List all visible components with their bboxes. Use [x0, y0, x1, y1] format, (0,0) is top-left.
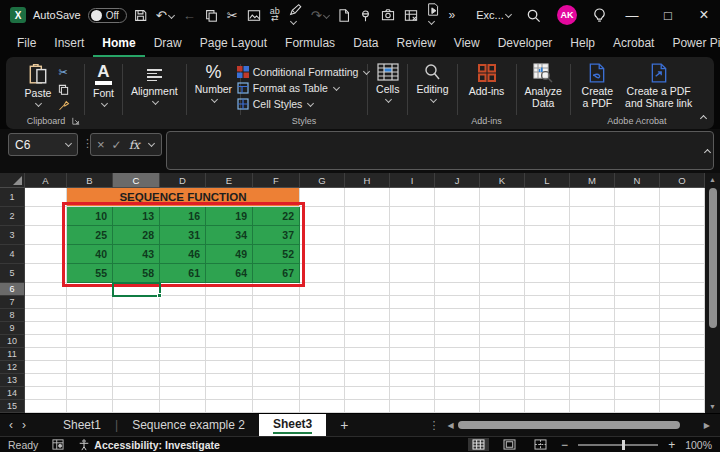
grid-cell-I8[interactable]	[390, 309, 435, 322]
grid-cell-D9[interactable]	[160, 322, 206, 335]
grid-cell-G8[interactable]	[300, 309, 345, 322]
grid-cell-L4[interactable]	[525, 245, 570, 264]
pin-icon[interactable]	[359, 9, 372, 22]
row-header-7[interactable]: 7	[0, 296, 25, 309]
grid-cell-H7[interactable]	[345, 296, 390, 309]
grid-cell-H4[interactable]	[345, 245, 390, 264]
table-cell-D5[interactable]: 61	[160, 264, 206, 283]
grid-cell-N9[interactable]	[615, 322, 660, 335]
grid-cell-B12[interactable]	[67, 361, 113, 374]
grid-cell-B10[interactable]	[67, 335, 113, 348]
ribbon-tab-formulas[interactable]: Formulas	[276, 31, 344, 57]
active-cell-selection[interactable]	[112, 282, 161, 297]
table-cell-B2[interactable]: 10	[67, 207, 113, 226]
grid-cell-K12[interactable]	[480, 361, 525, 374]
grid-cell-D15[interactable]	[160, 400, 206, 413]
ribbon-tab-acrobat[interactable]: Acrobat	[604, 31, 663, 57]
cut-icon[interactable]: ✂	[227, 9, 238, 22]
ribbon-tab-view[interactable]: View	[445, 31, 489, 57]
grid-cell-J7[interactable]	[435, 296, 480, 309]
table-title-cell[interactable]: SEQUENCE FUNCTION	[67, 188, 300, 207]
grid-cell-C7[interactable]	[113, 296, 160, 309]
font-group-button[interactable]: A Font	[87, 60, 120, 108]
grid-cell-F10[interactable]	[253, 335, 300, 348]
grid-cell-F13[interactable]	[253, 374, 300, 387]
table-cell-C2[interactable]: 13	[113, 207, 160, 226]
grid-cell-J2[interactable]	[435, 207, 480, 226]
grid-cell-I4[interactable]	[390, 245, 435, 264]
grid-cell-J4[interactable]	[435, 245, 480, 264]
grid-cell-O10[interactable]	[660, 335, 705, 348]
grid-cell-L13[interactable]	[525, 374, 570, 387]
grid-cell-K9[interactable]	[480, 322, 525, 335]
grid-cell-A7[interactable]	[25, 296, 67, 309]
grid-cell-I15[interactable]	[390, 400, 435, 413]
grid-cell-G12[interactable]	[300, 361, 345, 374]
grid-cell-C15[interactable]	[113, 400, 160, 413]
row-header-15[interactable]: 15	[0, 400, 25, 413]
grid-cell-L5[interactable]	[525, 264, 570, 283]
grid-cell-O15[interactable]	[660, 400, 705, 413]
cells-button[interactable]: Cells	[370, 60, 405, 104]
excel-logo-icon[interactable]: X	[10, 7, 26, 23]
ribbon-tab-file[interactable]: File	[8, 31, 45, 57]
grid-cell-H6[interactable]	[345, 283, 390, 296]
row-header-11[interactable]: 11	[0, 348, 25, 361]
grid-cell-D6[interactable]	[160, 283, 206, 296]
new-document-icon[interactable]	[338, 9, 350, 22]
grid-cell-D10[interactable]	[160, 335, 206, 348]
grid-cell-O8[interactable]	[660, 309, 705, 322]
ribbon-tab-draw[interactable]: Draw	[145, 31, 191, 57]
page-break-view-button[interactable]	[530, 438, 551, 451]
grid-cell-A4[interactable]	[25, 245, 67, 264]
grid-cell-B7[interactable]	[67, 296, 113, 309]
table-cell-D2[interactable]: 16	[160, 207, 206, 226]
grid-cell-M4[interactable]	[570, 245, 615, 264]
save-icon[interactable]	[134, 9, 147, 22]
row-header-10[interactable]: 10	[0, 335, 25, 348]
grid-cell-G9[interactable]	[300, 322, 345, 335]
grid-cell-B9[interactable]	[67, 322, 113, 335]
grid-cell-F8[interactable]	[253, 309, 300, 322]
cell-styles-button[interactable]: Cell Styles	[237, 98, 370, 110]
grid-cell-O11[interactable]	[660, 348, 705, 361]
format-as-table-button[interactable]: Format as Table	[237, 82, 370, 94]
format-painter-icon[interactable]	[58, 100, 70, 112]
sheet-tab-sheet3[interactable]: Sheet3	[259, 414, 326, 437]
scroll-left-icon[interactable]: ◀	[447, 421, 453, 430]
grid-cell-G10[interactable]	[300, 335, 345, 348]
grid-cell-C12[interactable]	[113, 361, 160, 374]
grid-cell-E9[interactable]	[206, 322, 253, 335]
grid-cell-A8[interactable]	[25, 309, 67, 322]
grid-cell-L14[interactable]	[525, 387, 570, 400]
zoom-slider-handle[interactable]	[622, 440, 625, 450]
grid-cell-J12[interactable]	[435, 361, 480, 374]
grid-cell-I13[interactable]	[390, 374, 435, 387]
document-title[interactable]: Exc...	[476, 9, 511, 21]
column-header-J[interactable]: J	[435, 173, 480, 188]
table-cell-C3[interactable]: 28	[113, 226, 160, 245]
table-cell-C4[interactable]: 43	[113, 245, 160, 264]
next-sheet-icon[interactable]: ›	[22, 418, 35, 432]
grid-cell-N3[interactable]	[615, 226, 660, 245]
grid-cell-I11[interactable]	[390, 348, 435, 361]
add-ins-button[interactable]: Add-ins	[463, 60, 511, 97]
grid-cell-A5[interactable]	[25, 264, 67, 283]
vertical-scrollbar[interactable]: ▲ ▼	[705, 173, 720, 413]
replace-icon[interactable]: ab⇄	[270, 8, 280, 22]
row-header-2[interactable]: 2	[0, 207, 25, 226]
clipboard-dialog-launcher[interactable]	[72, 117, 80, 125]
document-play-icon[interactable]	[427, 3, 440, 28]
grid-cell-J15[interactable]	[435, 400, 480, 413]
grid-cell-G14[interactable]	[300, 387, 345, 400]
grid-cell-O1[interactable]	[660, 188, 705, 207]
grid-cell-A10[interactable]	[25, 335, 67, 348]
grid-cell-K1[interactable]	[480, 188, 525, 207]
grid-cell-N8[interactable]	[615, 309, 660, 322]
grid-cell-K11[interactable]	[480, 348, 525, 361]
grid-cell-N14[interactable]	[615, 387, 660, 400]
table-cell-E2[interactable]: 19	[206, 207, 253, 226]
select-all-corner[interactable]	[0, 173, 25, 188]
grid-cell-H10[interactable]	[345, 335, 390, 348]
grid-cell-L7[interactable]	[525, 296, 570, 309]
